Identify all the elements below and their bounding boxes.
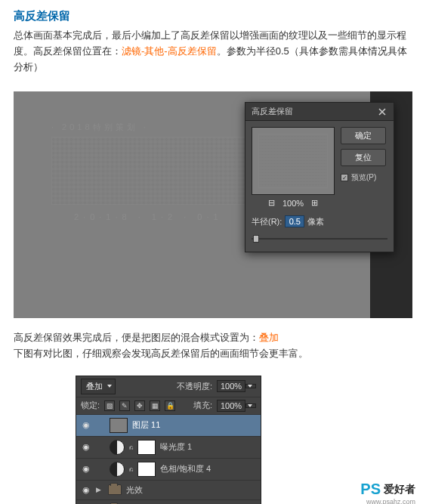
photoshop-canvas-area: · 2018特别策划 · 2·0·1·8 · 1·2 · 0·1 高反差保留 ⊟… bbox=[14, 91, 412, 318]
section-heading: 高反差保留 bbox=[14, 9, 412, 23]
watermark-brand: PS bbox=[360, 481, 381, 498]
section2-line1-pre: 高反差保留效果完成后，便是把图层的混合模式设置为： bbox=[14, 332, 259, 343]
lock-paint-icon[interactable]: ✎ bbox=[119, 400, 130, 411]
folder-icon bbox=[108, 484, 122, 495]
disclosure-icon[interactable]: ▶ bbox=[96, 486, 103, 493]
reset-button[interactable]: 复位 bbox=[341, 149, 386, 166]
adjustment-icon bbox=[110, 462, 125, 477]
lock-position-icon[interactable]: ✥ bbox=[134, 400, 145, 411]
visibility-icon[interactable]: ◉ bbox=[81, 442, 91, 452]
mask-thumbnail bbox=[137, 440, 156, 455]
canvas-faint-art bbox=[51, 137, 263, 205]
section2-line2: 下图有对比图，仔细观察会发现高反差保留后的画面细节会更丰富。 bbox=[14, 348, 308, 359]
zoom-in-button[interactable]: ⊞ bbox=[311, 198, 318, 208]
layer-thumbnail bbox=[110, 418, 128, 433]
lock-all-icon[interactable]: 🔒 bbox=[165, 400, 175, 411]
link-icon: ⎌ bbox=[129, 444, 133, 451]
radius-unit: 像素 bbox=[307, 216, 324, 227]
opacity-label: 不透明度: bbox=[177, 381, 212, 392]
radius-input[interactable]: 0.5 bbox=[285, 215, 304, 227]
close-icon[interactable] bbox=[377, 107, 387, 117]
radius-label: 半径(R): bbox=[252, 216, 282, 227]
fill-dropdown-icon[interactable] bbox=[245, 404, 256, 408]
layer-row[interactable]: ◉ ⎌ 色相/饱和度 4 bbox=[76, 459, 261, 481]
lock-artboard-icon[interactable]: ▦ bbox=[150, 400, 160, 411]
ok-button[interactable]: 确定 bbox=[341, 127, 386, 144]
layer-name: 色相/饱和度 4 bbox=[160, 463, 211, 475]
lock-label: 锁定: bbox=[81, 400, 100, 411]
layer-name: 光效 bbox=[126, 484, 143, 496]
layers-panel: 叠加 不透明度: 100% 锁定: ▧ ✎ ✥ ▦ 🔒 填充: 100% ◉ bbox=[76, 376, 261, 504]
section-body: 总体画面基本完成后，最后小编加上了高反差保留以增强画面的纹理以及一些细节的显示程… bbox=[14, 28, 412, 75]
layer-row[interactable]: ◉ ▶ 主体 bbox=[76, 500, 261, 504]
opacity-dropdown-icon[interactable] bbox=[245, 384, 256, 388]
lock-transparency-icon[interactable]: ▧ bbox=[104, 400, 115, 411]
watermark-zh: 爱好者 bbox=[384, 483, 415, 496]
fill-label: 填充: bbox=[193, 400, 212, 411]
blend-mode-select[interactable]: 叠加 bbox=[81, 379, 116, 394]
fill-input[interactable]: 100% bbox=[217, 400, 245, 412]
layer-row[interactable]: ◉ ▶ 光效 bbox=[76, 481, 261, 500]
visibility-icon[interactable]: ◉ bbox=[81, 464, 91, 474]
canvas-faint-subtitle: · 2018特别策划 · bbox=[51, 122, 149, 133]
watermark-url: www.psahz.com bbox=[366, 498, 415, 504]
high-pass-dialog: 高反差保留 ⊟ 100% ⊞ 确定 复位 bbox=[245, 102, 394, 252]
dialog-preview bbox=[252, 127, 335, 195]
body-orange: 滤镜-其他-高反差保留 bbox=[122, 45, 217, 57]
watermark: PS 爱好者 www.psahz.com bbox=[360, 481, 415, 498]
section2-line1-orange: 叠加 bbox=[259, 332, 279, 343]
layer-row[interactable]: ◉ ⎌ 曝光度 1 bbox=[76, 437, 261, 459]
section2-body: 高反差保留效果完成后，便是把图层的混合模式设置为：叠加 下图有对比图，仔细观察会… bbox=[14, 330, 412, 362]
layer-name: 曝光度 1 bbox=[160, 441, 192, 453]
layer-row[interactable]: ◉ 图层 11 bbox=[76, 415, 261, 437]
dialog-title: 高反差保留 bbox=[252, 106, 293, 117]
preview-label: 预览(P) bbox=[351, 172, 376, 183]
preview-checkbox[interactable]: ✓ 预览(P) bbox=[341, 172, 386, 183]
link-icon: ⎌ bbox=[129, 465, 133, 473]
zoom-out-button[interactable]: ⊟ bbox=[268, 198, 275, 208]
layer-name: 图层 11 bbox=[132, 419, 160, 431]
adjustment-icon bbox=[110, 440, 125, 455]
visibility-icon[interactable]: ◉ bbox=[81, 485, 91, 495]
zoom-value: 100% bbox=[282, 199, 304, 208]
mask-thumbnail bbox=[137, 462, 156, 477]
visibility-icon[interactable]: ◉ bbox=[81, 420, 91, 430]
slider-thumb-icon[interactable] bbox=[253, 235, 259, 243]
opacity-input[interactable]: 100% bbox=[217, 380, 245, 392]
radius-slider[interactable] bbox=[252, 233, 387, 244]
checkbox-icon: ✓ bbox=[341, 174, 348, 181]
canvas-faint-date: 2·0·1·8 · 1·2 · 0·1 bbox=[74, 212, 223, 221]
